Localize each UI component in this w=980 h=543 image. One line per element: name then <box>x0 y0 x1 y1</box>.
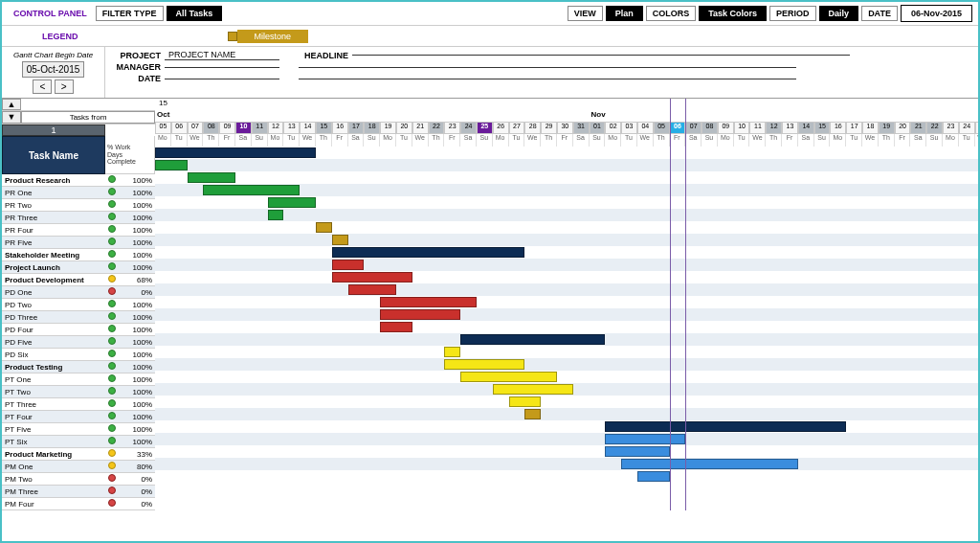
task-row[interactable]: PR Two100% <box>2 199 155 212</box>
gantt-bar[interactable] <box>332 247 525 258</box>
day-cell[interactable]: 17 <box>348 122 365 134</box>
task-row[interactable]: PM Three0% <box>2 486 155 498</box>
gantt-bar[interactable] <box>348 284 396 295</box>
day-cell[interactable]: 01 <box>590 122 606 134</box>
day-cell[interactable]: 16 <box>332 122 348 134</box>
begin-date-input[interactable]: 05-Oct-2015 <box>22 61 85 78</box>
gantt-bar[interactable] <box>332 272 412 283</box>
task-row[interactable]: PT One100% <box>2 373 155 386</box>
day-cell[interactable]: 04 <box>637 122 654 134</box>
task-row[interactable]: PT Two100% <box>2 386 155 398</box>
gantt-bar[interactable] <box>493 384 573 395</box>
day-cell[interactable]: 23 <box>444 122 460 134</box>
collapse-down-button[interactable]: ▼ <box>2 111 21 124</box>
gantt-bar[interactable] <box>621 459 798 469</box>
day-cell[interactable]: 08 <box>203 122 219 134</box>
task-row[interactable]: PD Four100% <box>2 324 155 336</box>
task-row[interactable]: Stakeholder Meeting100% <box>2 249 155 261</box>
gantt-bar[interactable] <box>509 396 542 407</box>
day-cell[interactable]: 07 <box>685 122 702 134</box>
task-row[interactable]: PM Two0% <box>2 473 155 486</box>
prev-day-button[interactable]: < <box>33 79 52 94</box>
day-cell[interactable]: 02 <box>605 122 621 134</box>
gantt-bar[interactable] <box>155 147 316 158</box>
day-cell[interactable]: 19 <box>879 122 895 134</box>
day-cell[interactable]: 14 <box>798 122 814 134</box>
next-day-button[interactable]: > <box>55 79 74 94</box>
task-row[interactable]: PR Three100% <box>2 212 155 224</box>
gantt-bar[interactable] <box>605 421 846 432</box>
gantt-bar[interactable] <box>332 235 348 245</box>
day-cell[interactable]: 30 <box>557 122 573 134</box>
gantt-bar[interactable] <box>380 309 460 320</box>
day-cell[interactable]: 23 <box>943 122 959 134</box>
task-row[interactable]: PD Five100% <box>2 336 155 349</box>
day-cell[interactable]: 29 <box>541 122 557 134</box>
gantt-bar[interactable] <box>637 471 670 482</box>
day-cell[interactable]: 31 <box>573 122 590 134</box>
day-cell[interactable]: 27 <box>509 122 525 134</box>
day-cell[interactable]: 16 <box>830 122 846 134</box>
gantt-bar[interactable] <box>188 172 235 183</box>
day-cell[interactable]: 24 <box>460 122 477 134</box>
day-cell[interactable]: 09 <box>718 122 734 134</box>
day-cell[interactable]: 03 <box>621 122 637 134</box>
day-cell[interactable]: 25 <box>477 122 493 134</box>
tasks-from-value[interactable]: 1 <box>2 124 105 136</box>
day-cell[interactable]: 05 <box>155 122 171 134</box>
task-row[interactable]: PT Four100% <box>2 411 155 423</box>
day-cell[interactable]: 26 <box>493 122 509 134</box>
day-cell[interactable]: 12 <box>766 122 782 134</box>
day-cell[interactable]: 10 <box>235 122 252 134</box>
day-cell[interactable]: 19 <box>380 122 396 134</box>
day-cell[interactable]: 21 <box>910 122 926 134</box>
day-cell[interactable]: 18 <box>364 122 380 134</box>
task-row[interactable]: PR Four100% <box>2 224 155 237</box>
task-row[interactable]: PT Five100% <box>2 423 155 436</box>
task-row[interactable]: PM One80% <box>2 461 155 473</box>
day-cell[interactable]: 13 <box>782 122 798 134</box>
task-row[interactable]: PD Two100% <box>2 299 155 311</box>
task-row[interactable]: Product Testing100% <box>2 361 155 373</box>
period-select[interactable]: Daily <box>819 6 859 21</box>
task-row[interactable]: PD Three100% <box>2 311 155 324</box>
day-cell[interactable]: 15 <box>814 122 831 134</box>
day-cell[interactable]: 25 <box>975 122 980 134</box>
task-row[interactable]: PD Six100% <box>2 349 155 361</box>
task-row[interactable]: Product Development68% <box>2 274 155 286</box>
day-cell[interactable]: 11 <box>252 122 268 134</box>
gantt-bar[interactable] <box>380 322 412 332</box>
day-cell[interactable]: 24 <box>959 122 975 134</box>
day-cell[interactable]: 21 <box>412 122 429 134</box>
day-cell[interactable]: 17 <box>846 122 862 134</box>
gantt-bar[interactable] <box>605 434 685 444</box>
day-cell[interactable]: 06 <box>670 122 686 134</box>
day-cell[interactable]: 06 <box>171 122 188 134</box>
gantt-bar[interactable] <box>460 334 605 345</box>
day-cell[interactable]: 11 <box>749 122 766 134</box>
colors-select[interactable]: Task Colors <box>699 6 767 21</box>
day-cell[interactable]: 14 <box>300 122 316 134</box>
task-row[interactable]: PD One0% <box>2 286 155 299</box>
day-cell[interactable]: 22 <box>926 122 943 134</box>
gantt-bar[interactable] <box>444 359 524 370</box>
gantt-bar[interactable] <box>203 185 300 195</box>
task-row[interactable]: PT Six100% <box>2 436 155 448</box>
day-cell[interactable]: 09 <box>219 122 235 134</box>
manager-input[interactable] <box>165 67 279 68</box>
collapse-up-button[interactable]: ▲ <box>2 99 21 110</box>
day-cell[interactable]: 07 <box>188 122 204 134</box>
task-row[interactable]: PT Three100% <box>2 398 155 411</box>
headline-line-3[interactable] <box>299 79 796 79</box>
gantt-bar[interactable] <box>524 409 541 419</box>
day-cell[interactable]: 10 <box>734 122 750 134</box>
day-cell[interactable]: 12 <box>268 122 284 134</box>
gantt-bar[interactable] <box>380 297 477 307</box>
gantt-bar[interactable] <box>605 446 669 457</box>
day-cell[interactable]: 20 <box>895 122 911 134</box>
headline-input[interactable] <box>352 55 850 56</box>
filter-type-select[interactable]: All Tasks <box>167 6 223 21</box>
gantt-bar[interactable] <box>332 260 365 270</box>
task-row[interactable]: Product Research100% <box>2 174 155 187</box>
task-row[interactable]: Product Marketing33% <box>2 448 155 461</box>
